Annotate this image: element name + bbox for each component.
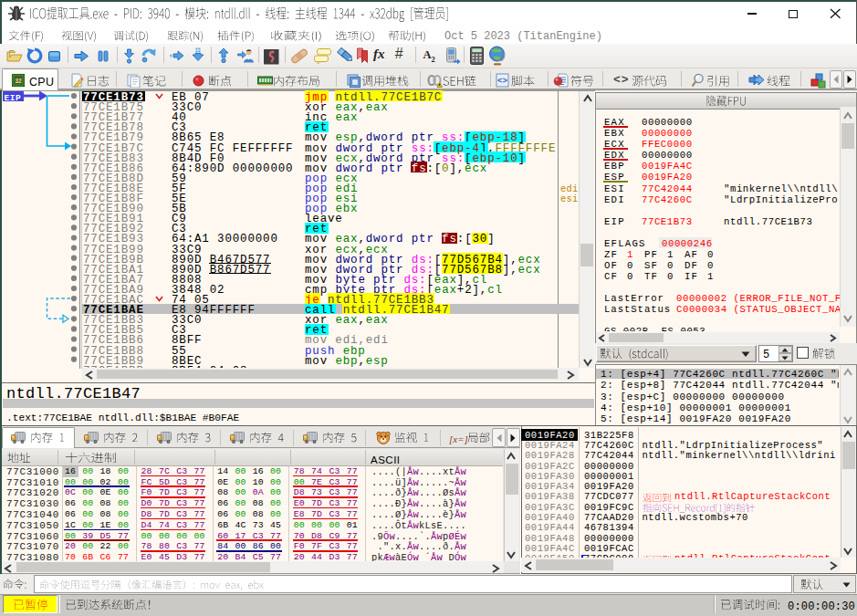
svg-text:32: 32 <box>15 78 22 84</box>
svg-text:<>: <> <box>497 77 507 86</box>
